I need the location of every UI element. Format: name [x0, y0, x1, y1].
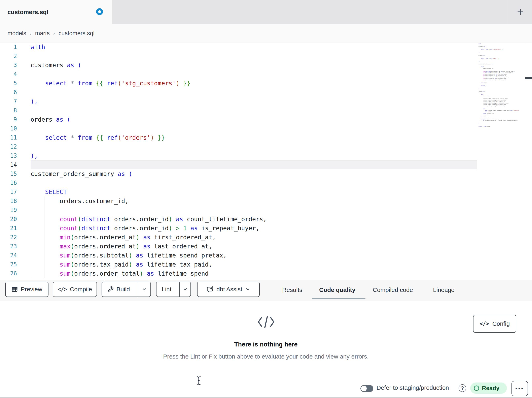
- minimap-line: end as customer_type: [479, 112, 524, 114]
- help-icon[interactable]: ?: [459, 384, 466, 392]
- breadcrumb-item-models[interactable]: models: [7, 30, 26, 37]
- code-line[interactable]: 14: [0, 160, 532, 169]
- compile-button[interactable]: </> Compile: [53, 282, 97, 297]
- line-number: 11: [0, 133, 17, 142]
- code-line[interactable]: 3customers as (: [0, 61, 532, 70]
- code-line[interactable]: 17 SELECT: [0, 187, 532, 196]
- code-line[interactable]: 1with: [0, 42, 532, 52]
- breadcrumb-item-file: customers.sql: [58, 30, 95, 37]
- table-icon: [12, 286, 18, 293]
- code-line[interactable]: 5 select * from {{ ref('stg_customers') …: [0, 79, 532, 88]
- minimap-line: from orders: [479, 82, 524, 84]
- minimap-line: select: [479, 94, 524, 95]
- code-line[interactable]: 9orders as (: [0, 115, 532, 124]
- line-number: 14: [0, 160, 17, 169]
- code-text: with: [31, 42, 45, 52]
- code-line[interactable]: 10: [0, 124, 532, 133]
- code-line[interactable]: 4: [0, 70, 532, 79]
- code-line[interactable]: 20 count(distinct orders.order_id) as co…: [0, 215, 532, 224]
- preview-button[interactable]: Preview: [5, 282, 49, 297]
- toolbar-tabs-divider: [260, 281, 260, 300]
- build-dropdown[interactable]: [138, 282, 151, 297]
- minimap-line: [479, 45, 524, 46]
- breadcrumb-separator: ›: [53, 31, 55, 36]
- minimap-line: when customer_orders_summary.is_repeat_b…: [479, 110, 524, 111]
- minimap-line: else 'new': [479, 111, 524, 112]
- code-text: customers as (: [31, 61, 82, 70]
- minimap[interactable]: withcustomers as ( select * from {{ ref(…: [479, 43, 524, 127]
- code-line[interactable]: 6: [0, 88, 532, 97]
- more-options-button[interactable]: •••: [512, 381, 528, 396]
- defer-toggle[interactable]: [361, 385, 373, 392]
- minimap-line: select * from joined: [479, 126, 524, 127]
- tab-results[interactable]: Results: [282, 280, 302, 300]
- indent-guide: [31, 88, 31, 97]
- dbt-assist-button[interactable]: dbt Assist: [197, 282, 260, 297]
- minimap-line: customer_orders_summary.last_ordered_at,: [479, 101, 524, 103]
- indent-guide: [31, 70, 31, 79]
- line-number: 16: [0, 178, 17, 187]
- code-line[interactable]: 16: [0, 178, 532, 187]
- defer-label: Defer to staging/production: [377, 378, 449, 397]
- unsaved-indicator-icon: [96, 8, 103, 15]
- editor-scrollbar[interactable]: [525, 42, 532, 280]
- chevron-down-icon: [183, 287, 188, 292]
- code-line[interactable]: 11 select * from {{ ref('orders') }}: [0, 133, 532, 142]
- code-line[interactable]: 25 sum(orders.tax_paid) as lifetime_tax_…: [0, 260, 532, 269]
- minimap-line: group by 1: [479, 85, 524, 86]
- code-line[interactable]: 12: [0, 142, 532, 151]
- code-line[interactable]: 19: [0, 206, 532, 215]
- indent-guide: [31, 206, 31, 215]
- code-line[interactable]: 26 sum(orders.order_total) as lifetime_s…: [0, 269, 532, 278]
- chevron-down-icon: [142, 287, 147, 292]
- code-line[interactable]: 22 min(orders.ordered_at) as first_order…: [0, 233, 532, 242]
- line-number: 5: [0, 79, 17, 88]
- code-line[interactable]: 2: [0, 52, 532, 61]
- new-tab-button[interactable]: +: [513, 4, 528, 20]
- minimap-line: [479, 124, 524, 126]
- breadcrumb-bar: models › marts › customers.sql Save: [0, 24, 532, 42]
- line-number: 1: [0, 42, 17, 52]
- code-icon: </>: [480, 321, 489, 327]
- empty-state-description: Press the Lint or Fix button above to ev…: [115, 353, 417, 360]
- minimap-line: ),: [479, 52, 524, 53]
- tab-bar: customers.sql +: [0, 0, 532, 24]
- indent-guide: [31, 124, 31, 133]
- tab-code-quality[interactable]: Code quality: [319, 280, 355, 300]
- editor-toolbar: Preview </> Compile Build Lint: [0, 280, 532, 301]
- minimap-line: [479, 59, 524, 60]
- lint-dropdown[interactable]: [179, 282, 190, 297]
- lint-button[interactable]: Lint: [157, 282, 177, 297]
- code-line[interactable]: 13),: [0, 151, 532, 160]
- text-cursor-icon: [196, 376, 201, 385]
- code-line[interactable]: 7),: [0, 97, 532, 106]
- code-line[interactable]: 23 max(orders.ordered_at) as last_ordere…: [0, 242, 532, 251]
- code-line[interactable]: 18 orders.customer_id,: [0, 196, 532, 206]
- tab-lineage[interactable]: Lineage: [433, 280, 455, 300]
- code-line[interactable]: 24 sum(orders.subtotal) as lifetime_spen…: [0, 251, 532, 260]
- line-number: 21: [0, 224, 17, 233]
- code-line[interactable]: 15customer_orders_summary as (: [0, 169, 532, 178]
- minimap-line: customers.*,: [479, 95, 524, 97]
- code-line[interactable]: 21 count(distinct orders.order_id) > 1 a…: [0, 224, 532, 233]
- minimap-line: [479, 121, 524, 123]
- code-editor[interactable]: 1with23customers as (45 select * from {{…: [0, 42, 532, 280]
- lint-button-group: Lint: [156, 282, 191, 297]
- code-quality-panel: There is nothing here Press the Lint or …: [0, 301, 532, 378]
- tab-compiled-code[interactable]: Compiled code: [373, 280, 413, 300]
- preview-label: Preview: [21, 286, 42, 293]
- indent-guide: [44, 206, 44, 215]
- config-button[interactable]: </> Config: [473, 315, 516, 333]
- tab-customers-sql[interactable]: customers.sql: [0, 0, 112, 24]
- breadcrumb-item-marts[interactable]: marts: [35, 30, 50, 37]
- line-number: 8: [0, 106, 17, 115]
- empty-state-title: There is nothing here: [165, 341, 367, 348]
- window-bottom-edge: [0, 397, 532, 398]
- build-label: Build: [116, 286, 130, 293]
- build-button[interactable]: Build: [102, 282, 135, 297]
- minimap-line: joined as (: [479, 91, 524, 92]
- minimap-line: ),: [479, 88, 524, 89]
- code-line[interactable]: 8: [0, 106, 532, 115]
- line-number: 3: [0, 61, 17, 70]
- minimap-line: sum(orders.tax_paid) as lifetime_tax_pai…: [479, 78, 524, 79]
